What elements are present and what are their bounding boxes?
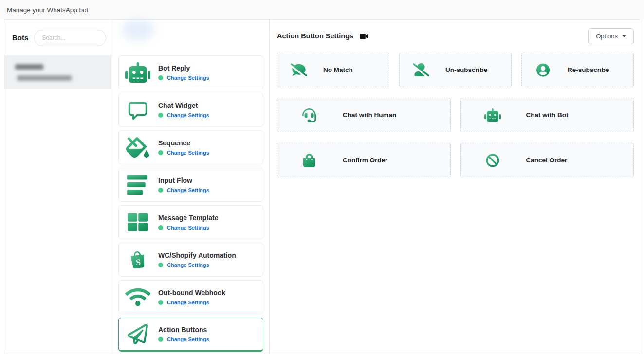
- change-settings-link[interactable]: Change Settings: [167, 262, 209, 268]
- lines-icon: [125, 175, 151, 195]
- feature-card-title: Chat Widget: [158, 102, 209, 109]
- paper-plane-icon: [125, 324, 151, 344]
- redacted-bot-name: [15, 64, 43, 70]
- options-button[interactable]: Options: [588, 28, 634, 44]
- change-settings-link[interactable]: Change Settings: [167, 112, 209, 118]
- feature-card-bot-reply[interactable]: Bot Reply Change Settings: [118, 55, 263, 89]
- grid-icon: [125, 212, 151, 232]
- redacted-blob: [122, 19, 154, 40]
- bots-heading: Bots: [12, 34, 28, 42]
- action-button-label: Cancel Order: [526, 157, 568, 164]
- action-button-chat-with-bot[interactable]: Chat with Bot: [460, 98, 634, 132]
- feature-card-title: Message Template: [158, 214, 218, 222]
- action-button-confirm-order[interactable]: Confirm Order: [277, 143, 451, 177]
- bots-sidebar: Bots: [4, 20, 111, 354]
- feature-card-title: WC/Shopify Automation: [158, 251, 236, 259]
- feature-card-title: Out-bound Webhook: [158, 289, 225, 297]
- robot-icon: [484, 108, 501, 122]
- page-title: Manage your WhatsApp bot: [7, 6, 88, 14]
- status-dot: [158, 300, 163, 305]
- robot-icon: [125, 62, 151, 83]
- status-dot: [158, 75, 163, 80]
- action-button-row: No MatchUn-subscribeRe-subscribe: [277, 53, 634, 87]
- video-camera-icon[interactable]: [360, 33, 368, 40]
- change-settings-link[interactable]: Change Settings: [167, 336, 209, 342]
- shopify-icon: S: [125, 249, 151, 270]
- chat-bubble-icon: [125, 100, 151, 120]
- top-bar: Manage your WhatsApp bot: [0, 0, 644, 19]
- headset-icon: [301, 108, 317, 122]
- action-button-chat-with-human[interactable]: Chat with Human: [277, 98, 451, 132]
- feature-card-sequence[interactable]: Sequence Change Settings: [118, 130, 263, 164]
- change-settings-link[interactable]: Change Settings: [167, 225, 209, 230]
- ban-icon: [484, 154, 501, 167]
- action-button-label: Chat with Bot: [526, 111, 569, 119]
- action-button-label: Chat with Human: [343, 111, 396, 119]
- action-button-label: Un-subscribe: [445, 66, 487, 73]
- action-button-label: Confirm Order: [343, 157, 387, 164]
- bot-search-input[interactable]: [34, 30, 106, 46]
- feature-card-list: Bot Reply Change Settings Chat Widget Ch…: [118, 55, 263, 354]
- status-dot: [158, 225, 163, 230]
- sidebar-header: Bots: [4, 20, 111, 55]
- action-button-row: Confirm OrderCancel Order: [277, 143, 634, 177]
- user-slash-icon: [413, 63, 429, 77]
- feature-card-title: Sequence: [158, 139, 209, 147]
- comment-slash-icon: [291, 63, 307, 77]
- action-button-un-subscribe[interactable]: Un-subscribe: [399, 53, 512, 87]
- feature-card-message-template[interactable]: Message Template Change Settings: [118, 205, 263, 239]
- feature-card-title: Bot Reply: [158, 64, 209, 72]
- change-settings-link[interactable]: Change Settings: [167, 75, 209, 81]
- action-button-no-match[interactable]: No Match: [277, 53, 389, 87]
- change-settings-link[interactable]: Change Settings: [167, 187, 209, 193]
- action-button-label: Re-subscribe: [568, 66, 609, 73]
- shopping-bag-icon: [301, 154, 317, 167]
- fill-drip-icon: [125, 137, 151, 158]
- features-column: Bot Reply Change Settings Chat Widget Ch…: [111, 20, 270, 354]
- feature-card-input-flow[interactable]: Input Flow Change Settings: [118, 168, 263, 202]
- user-circle-icon: [535, 63, 552, 77]
- feature-card-wc-shopify-automation[interactable]: S WC/Shopify Automation Change Settings: [118, 243, 263, 277]
- change-settings-link[interactable]: Change Settings: [167, 150, 209, 156]
- content-shell: Bots Bot Reply Change Settings Chat Widg…: [4, 19, 640, 354]
- status-dot: [158, 188, 163, 193]
- change-settings-link[interactable]: Change Settings: [167, 300, 209, 305]
- caret-down-icon: [622, 35, 626, 37]
- action-button-settings-panel: Action Button Settings Options No MatchU…: [270, 20, 640, 354]
- action-button-cancel-order[interactable]: Cancel Order: [460, 143, 634, 177]
- feature-card-action-buttons[interactable]: Action Buttons Change Settings: [118, 318, 263, 352]
- status-dot: [158, 150, 163, 155]
- action-button-grid: No MatchUn-subscribeRe-subscribeChat wit…: [277, 53, 634, 177]
- panel-header: Action Button Settings Options: [277, 28, 634, 44]
- status-dot: [158, 263, 163, 267]
- wifi-icon: [125, 287, 151, 307]
- feature-card-title: Action Buttons: [158, 326, 209, 334]
- status-dot: [158, 113, 163, 118]
- feature-card-chat-widget[interactable]: Chat Widget Change Settings: [118, 93, 263, 127]
- panel-title: Action Button Settings: [277, 32, 353, 40]
- action-button-re-subscribe[interactable]: Re-subscribe: [521, 53, 634, 87]
- feature-card-out-bound-webhook[interactable]: Out-bound Webhook Change Settings: [118, 280, 263, 314]
- redacted-bot-phone: [17, 75, 72, 81]
- action-button-row: Chat with HumanChat with Bot: [277, 98, 634, 132]
- bot-list-item-selected[interactable]: [4, 55, 111, 89]
- options-button-label: Options: [596, 33, 618, 40]
- status-dot: [158, 337, 163, 342]
- feature-card-title: Input Flow: [158, 177, 209, 184]
- action-button-label: No Match: [323, 66, 353, 73]
